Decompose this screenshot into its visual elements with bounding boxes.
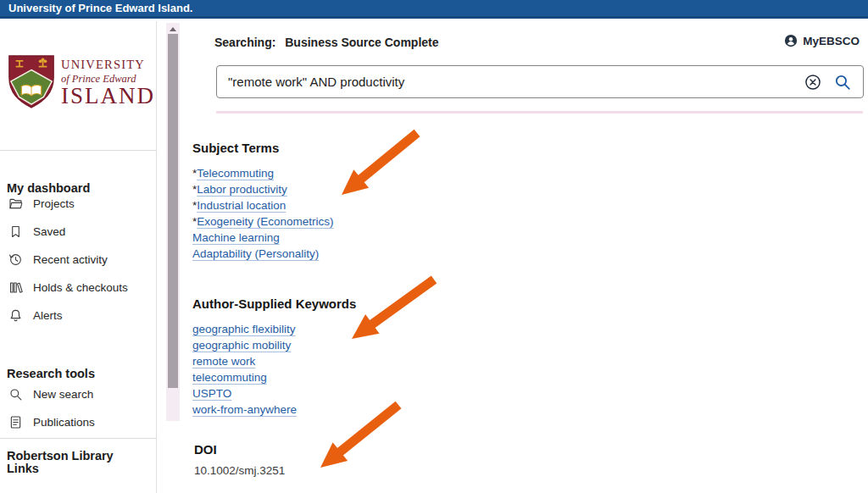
myebsco-label: MyEBSCO xyxy=(803,35,860,47)
bell-icon xyxy=(8,307,24,324)
subject-term-link[interactable]: Telecommuting xyxy=(197,167,274,180)
list-item: *Exogeneity (Econometrics) xyxy=(192,213,334,230)
document-icon xyxy=(8,414,24,430)
author-keyword-link[interactable]: geographic mobility xyxy=(192,339,291,352)
scroll-up-arrow-icon[interactable] xyxy=(166,25,180,33)
clear-search-icon[interactable] xyxy=(804,73,822,91)
research-tools-heading: Research tools xyxy=(7,367,95,380)
user-account-icon xyxy=(783,33,798,48)
scrollbar-thumb[interactable] xyxy=(168,34,178,388)
upei-logo[interactable]: UNIVERSITY of Prince Edward ISLAND xyxy=(7,53,155,111)
sidebar-item-label: Publications xyxy=(33,416,95,429)
sidebar-item-label: New search xyxy=(33,388,93,401)
institution-title: University of Prince Edward Island. xyxy=(8,2,192,14)
list-item: Machine learning xyxy=(192,230,334,246)
sidebar-item-label: Alerts xyxy=(33,309,63,322)
library-links-heading: Robertson Library Links xyxy=(7,450,134,475)
list-item: geographic flexibility xyxy=(192,321,297,337)
sidebar-item-holds-checkouts[interactable]: Holds & checkouts xyxy=(0,274,157,301)
sidebar-item-saved[interactable]: Saved xyxy=(0,218,157,245)
sidebar-item-label: Saved xyxy=(33,225,65,238)
sidebar-item-label: Recent activity xyxy=(33,253,108,266)
list-item: Adaptability (Personality) xyxy=(192,246,334,262)
ebsco-app: University of Prince Edward Island. UNIV… xyxy=(0,0,868,493)
content-divider xyxy=(216,111,863,114)
author-keyword-link[interactable]: USPTO xyxy=(192,387,231,400)
author-keyword-link[interactable]: telecommuting xyxy=(192,371,267,384)
subject-term-link[interactable]: Adaptability (Personality) xyxy=(192,247,319,260)
subject-terms-list: *Telecommuting *Labor productivity *Indu… xyxy=(192,165,334,262)
bookmark-icon xyxy=(8,224,24,240)
sidebar-item-publications[interactable]: Publications xyxy=(0,408,157,435)
logo-line-island: ISLAND xyxy=(61,86,155,108)
subject-term-link[interactable]: Labor productivity xyxy=(197,183,287,196)
books-icon xyxy=(8,280,24,296)
sidebar-scrollbar[interactable] xyxy=(166,23,180,421)
logo-line-university: UNIVERSITY xyxy=(61,58,155,72)
myebsco-button[interactable]: MyEBSCO xyxy=(783,33,865,48)
list-item: USPTO xyxy=(192,385,297,402)
sidebar-divider xyxy=(0,438,157,439)
searching-label: Searching: xyxy=(214,36,275,49)
list-item: remote work xyxy=(192,353,297,369)
sidebar-item-label: Holds & checkouts xyxy=(33,281,128,294)
doi-value: 10.1002/smj.3251 xyxy=(194,464,285,477)
subject-terms-heading: Subject Terms xyxy=(192,141,279,155)
list-item: telecommuting xyxy=(192,369,297,385)
history-icon xyxy=(8,252,24,268)
author-keywords-heading: Author-Supplied Keywords xyxy=(192,296,356,311)
sidebar-item-alerts[interactable]: Alerts xyxy=(0,302,157,329)
sidebar-item-projects[interactable]: Projects xyxy=(0,190,157,217)
list-item: *Telecommuting xyxy=(192,165,334,181)
upei-wordmark: UNIVERSITY of Prince Edward ISLAND xyxy=(61,58,155,108)
sidebar-item-label: Projects xyxy=(33,197,75,210)
subject-term-link[interactable]: Exogeneity (Econometrics) xyxy=(197,215,333,228)
arrow-to-subject-terms xyxy=(342,133,417,195)
subject-term-link[interactable]: Industrial location xyxy=(197,199,286,212)
database-name: Business Source Complete xyxy=(285,36,438,49)
arrow-to-doi xyxy=(320,405,398,468)
list-item: *Industrial location xyxy=(192,197,334,213)
search-icon xyxy=(8,386,24,402)
author-keyword-link[interactable]: geographic flexibility xyxy=(192,323,296,335)
sidebar: UNIVERSITY of Prince Edward ISLAND My da… xyxy=(0,21,157,493)
submit-search-icon[interactable] xyxy=(833,73,852,91)
doi-heading: DOI xyxy=(194,442,217,457)
search-input[interactable] xyxy=(217,75,804,89)
list-item: work-from-anywhere xyxy=(192,402,297,418)
author-keyword-link[interactable]: work-from-anywhere xyxy=(192,403,297,416)
upei-crest-icon xyxy=(7,53,56,111)
list-item: geographic mobility xyxy=(192,337,297,353)
sidebar-divider xyxy=(0,150,157,151)
folder-icon xyxy=(8,196,24,212)
arrow-to-author-keywords xyxy=(352,280,434,339)
sidebar-item-recent-activity[interactable]: Recent activity xyxy=(0,246,157,273)
institution-banner: University of Prince Edward Island. xyxy=(0,0,868,19)
searching-status: Searching: Business Source Complete xyxy=(214,36,439,49)
search-box xyxy=(216,65,864,98)
sidebar-item-new-search[interactable]: New search xyxy=(0,380,157,407)
subject-term-link[interactable]: Machine learning xyxy=(192,231,280,244)
author-keyword-link[interactable]: remote work xyxy=(192,355,255,368)
author-keywords-list: geographic flexibility geographic mobili… xyxy=(192,321,297,418)
list-item: *Labor productivity xyxy=(192,181,334,197)
